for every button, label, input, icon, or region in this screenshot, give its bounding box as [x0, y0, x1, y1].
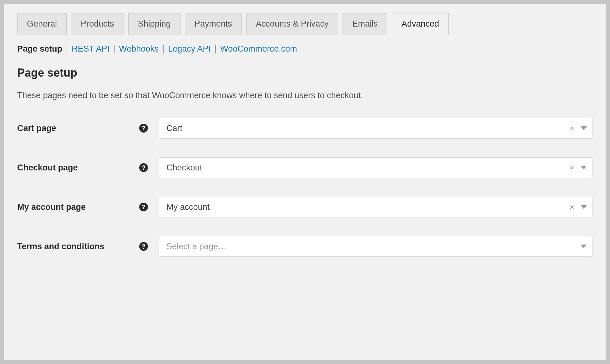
tab-label: Accounts & Privacy	[256, 19, 329, 28]
clear-icon[interactable]: ×	[566, 124, 578, 133]
field-row-my-account-page: My account page ? My account ×	[17, 197, 593, 217]
tab-label: Shipping	[138, 19, 171, 28]
tab-emails[interactable]: Emails	[343, 13, 387, 35]
tab-advanced[interactable]: Advanced	[392, 13, 449, 35]
subnav-link-woocommerce-com[interactable]: WooCommerce.com	[220, 44, 297, 53]
page-setup-section: Page setup These pages need to be set so…	[4, 54, 606, 257]
help-icon[interactable]: ?	[139, 203, 148, 211]
terms-page-select[interactable]: Select a page…	[159, 236, 593, 257]
select-value: My account	[166, 202, 566, 212]
help-icon[interactable]: ?	[139, 242, 148, 251]
clear-icon[interactable]: ×	[566, 202, 578, 212]
separator: |	[161, 44, 168, 53]
tab-payments[interactable]: Payments	[185, 13, 242, 35]
settings-panel: General Products Shipping Payments Accou…	[4, 4, 606, 360]
subnav: Page setup | REST API | Webhooks | Legac…	[4, 35, 606, 54]
separator: |	[65, 44, 72, 53]
cart-page-select[interactable]: Cart ×	[159, 118, 593, 139]
field-row-checkout-page: Checkout page ? Checkout ×	[17, 157, 593, 178]
tab-label: General	[27, 19, 57, 28]
tab-label: Emails	[352, 19, 378, 28]
chevron-down-icon	[581, 245, 587, 248]
chevron-down-icon	[581, 126, 587, 130]
label-wrap: Terms and conditions ?	[17, 242, 159, 251]
tab-label: Products	[81, 19, 114, 28]
section-description: These pages need to be set so that WooCo…	[17, 91, 593, 100]
subnav-link-webhooks[interactable]: Webhooks	[119, 44, 159, 53]
dropdown-toggle[interactable]	[578, 166, 587, 169]
tab-label: Payments	[195, 19, 232, 28]
tab-label: Advanced	[401, 19, 439, 28]
chevron-down-icon	[581, 205, 587, 209]
dropdown-toggle[interactable]	[578, 126, 587, 130]
label-wrap: Cart page ?	[17, 124, 159, 133]
field-label: Checkout page	[17, 163, 78, 173]
subnav-link-legacy-api[interactable]: Legacy API	[168, 44, 211, 53]
field-row-cart-page: Cart page ? Cart ×	[17, 118, 593, 139]
tab-general[interactable]: General	[17, 13, 67, 35]
label-wrap: Checkout page ?	[17, 163, 159, 173]
help-icon[interactable]: ?	[139, 163, 148, 172]
clear-icon[interactable]: ×	[566, 163, 578, 173]
chevron-down-icon	[581, 166, 587, 169]
dropdown-toggle[interactable]	[578, 245, 587, 248]
field-label: Cart page	[17, 124, 56, 133]
separator: |	[112, 44, 119, 53]
help-icon[interactable]: ?	[139, 124, 148, 133]
field-row-terms-and-conditions: Terms and conditions ? Select a page…	[17, 236, 593, 257]
dropdown-toggle[interactable]	[578, 205, 587, 209]
subnav-link-rest-api[interactable]: REST API	[72, 44, 109, 53]
my-account-page-select[interactable]: My account ×	[159, 197, 593, 217]
subnav-current: Page setup	[17, 44, 62, 53]
select-value: Cart	[166, 124, 566, 133]
select-placeholder: Select a page…	[166, 242, 578, 251]
separator: |	[213, 44, 220, 53]
tab-products[interactable]: Products	[71, 13, 124, 35]
select-value: Checkout	[166, 163, 566, 173]
label-wrap: My account page ?	[17, 202, 159, 212]
section-heading: Page setup	[17, 66, 593, 79]
field-label: Terms and conditions	[17, 242, 104, 251]
checkout-page-select[interactable]: Checkout ×	[159, 157, 593, 178]
field-label: My account page	[17, 202, 86, 212]
tab-accounts-privacy[interactable]: Accounts & Privacy	[246, 13, 338, 35]
primary-tabs: General Products Shipping Payments Accou…	[4, 4, 606, 35]
tab-shipping[interactable]: Shipping	[128, 13, 180, 35]
